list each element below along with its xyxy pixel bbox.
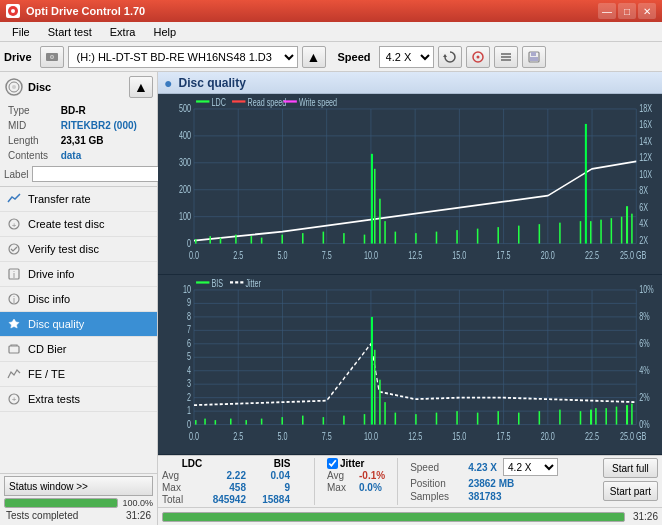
disc-eject-button[interactable]: ▲ [129, 76, 153, 98]
app-title: Opti Drive Control 1.70 [26, 5, 145, 17]
position-value: 23862 MB [468, 478, 514, 489]
svg-rect-77 [364, 235, 366, 244]
speed-stat-label: Speed [410, 462, 462, 473]
right-stats: Speed 4.23 X 4.2 X Position 23862 MB Sam… [410, 458, 595, 502]
svg-text:0.0: 0.0 [189, 430, 199, 442]
svg-rect-68 [209, 236, 211, 243]
toolbar: Drive (H:) HL-DT-ST BD-RE WH16NS48 1.D3 … [0, 42, 662, 72]
eject-button[interactable]: ▲ [302, 46, 326, 68]
svg-text:4%: 4% [639, 364, 649, 376]
jitter-checkbox[interactable] [327, 458, 338, 469]
svg-text:300: 300 [179, 156, 191, 168]
svg-text:2%: 2% [639, 391, 649, 403]
svg-rect-78 [371, 154, 373, 244]
sidebar-item-create-test-disc[interactable]: + Create test disc [0, 212, 157, 237]
disc-label-input[interactable] [32, 166, 161, 182]
minimize-button[interactable]: — [598, 3, 616, 19]
svg-text:Write speed: Write speed [299, 97, 337, 109]
svg-text:200: 200 [179, 183, 191, 195]
samples-value: 381783 [468, 491, 501, 502]
svg-rect-10 [501, 59, 511, 61]
svg-text:2: 2 [187, 391, 191, 403]
svg-text:15.0: 15.0 [452, 249, 466, 261]
bottom-time: 31:26 [633, 511, 658, 522]
disc-info-label: Disc info [28, 293, 70, 305]
disc-label-text: Label [4, 169, 28, 180]
svg-rect-174 [497, 411, 499, 424]
sidebar-item-extra-tests[interactable]: + Extra tests [0, 387, 157, 412]
svg-text:18X: 18X [639, 103, 652, 115]
sidebar-item-disc-quality[interactable]: Disc quality [0, 312, 157, 337]
svg-text:6: 6 [187, 337, 191, 349]
close-button[interactable]: ✕ [638, 3, 656, 19]
bottom-chart: 10 9 8 7 6 5 4 3 2 1 0 10% 8% 6% 4% [158, 275, 662, 456]
sidebar-item-drive-info[interactable]: i Drive info [0, 262, 157, 287]
svg-point-1 [11, 9, 15, 13]
fe-te-label: FE / TE [28, 368, 65, 380]
svg-rect-166 [374, 349, 376, 424]
svg-text:10%: 10% [639, 283, 653, 295]
menu-start-test[interactable]: Start test [40, 24, 100, 40]
maximize-button[interactable]: □ [618, 3, 636, 19]
disc-button[interactable] [466, 46, 490, 68]
svg-rect-96 [621, 217, 623, 244]
sidebar-status-bar: Status window >> 100.0% Tests completed … [0, 473, 157, 525]
bottom-chart-svg: 10 9 8 7 6 5 4 3 2 1 0 10% 8% 6% 4% [158, 275, 662, 455]
avg-label: Avg [162, 470, 190, 481]
contents-label: Contents [6, 149, 57, 162]
svg-rect-168 [384, 402, 386, 424]
svg-text:22.5: 22.5 [585, 249, 599, 261]
bis-total: 15884 [250, 494, 290, 505]
drive-icon-btn[interactable] [40, 46, 64, 68]
svg-text:i: i [13, 295, 15, 305]
save-button[interactable] [522, 46, 546, 68]
sidebar-item-cd-bier[interactable]: CD Bier [0, 337, 157, 362]
start-part-button[interactable]: Start part [603, 481, 658, 501]
svg-text:20.0: 20.0 [541, 430, 555, 442]
status-window-button[interactable]: Status window >> [4, 476, 153, 496]
progress-fill [5, 499, 117, 507]
sidebar-item-verify-test-disc[interactable]: Verify test disc [0, 237, 157, 262]
menu-help[interactable]: Help [145, 24, 184, 40]
status-text: Tests completed [4, 508, 80, 523]
svg-rect-95 [611, 218, 613, 243]
jitter-label: Jitter [340, 458, 364, 469]
drive-select[interactable]: (H:) HL-DT-ST BD-RE WH16NS48 1.D3 [68, 46, 298, 68]
menu-extra[interactable]: Extra [102, 24, 144, 40]
extra-tests-icon: + [6, 391, 22, 407]
sidebar-item-fe-te[interactable]: FE / TE [0, 362, 157, 387]
start-full-button[interactable]: Start full [603, 458, 658, 478]
svg-rect-167 [379, 379, 381, 424]
refresh-button[interactable] [438, 46, 462, 68]
svg-rect-94 [600, 220, 602, 244]
stats-bar: LDC BIS Avg 2.22 0.04 Max 458 9 Total 84… [158, 455, 662, 507]
svg-text:5.0: 5.0 [277, 430, 287, 442]
svg-rect-82 [395, 232, 397, 244]
total-label: Total [162, 494, 190, 505]
svg-rect-93 [590, 221, 592, 243]
speed-select[interactable]: 4.2 X [379, 46, 434, 68]
svg-text:22.5: 22.5 [585, 430, 599, 442]
sidebar: Disc ▲ Type BD-R MID RITEKBR2 (000) Leng… [0, 72, 158, 525]
speed-dropdown[interactable]: 4.2 X [503, 458, 558, 476]
svg-rect-182 [616, 406, 618, 424]
status-time: 31:26 [124, 508, 153, 523]
svg-rect-158 [245, 420, 247, 424]
svg-text:i: i [13, 270, 15, 280]
sidebar-item-transfer-rate[interactable]: Transfer rate [0, 187, 157, 212]
position-row: Position 23862 MB [410, 478, 595, 489]
svg-text:12.5: 12.5 [408, 249, 422, 261]
svg-text:8: 8 [187, 310, 191, 322]
sidebar-item-disc-info[interactable]: i Disc info [0, 287, 157, 312]
svg-rect-172 [456, 411, 458, 424]
create-test-disc-icon: + [6, 216, 22, 232]
extra-tests-label: Extra tests [28, 393, 80, 405]
bis-header: BIS [262, 458, 302, 469]
svg-text:4: 4 [187, 364, 191, 376]
disc-icon [4, 77, 24, 97]
svg-text:12.5: 12.5 [408, 430, 422, 442]
settings-button[interactable] [494, 46, 518, 68]
menu-file[interactable]: File [4, 24, 38, 40]
bis-avg: 0.04 [250, 470, 290, 481]
svg-rect-184 [631, 403, 633, 424]
